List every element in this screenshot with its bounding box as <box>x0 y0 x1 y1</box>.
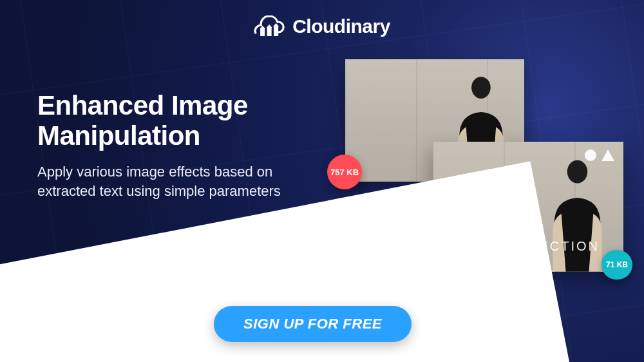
circle-icon <box>585 149 596 161</box>
hero-banner: Cloudinary Enhanced Image Manipulation A… <box>0 0 644 362</box>
svg-point-7 <box>567 160 587 184</box>
svg-point-9 <box>389 258 395 265</box>
svg-point-8 <box>367 204 374 211</box>
svg-rect-4 <box>274 26 278 36</box>
filesize-badge-processed: 71 KB <box>601 250 632 280</box>
brand-logo: Cloudinary <box>254 15 390 37</box>
brand-name: Cloudinary <box>292 15 390 37</box>
svg-marker-5 <box>273 23 279 26</box>
hero-copy: Enhanced Image Manipulation Apply variou… <box>37 90 314 200</box>
svg-marker-1 <box>260 26 265 29</box>
image-overlay-text: NEW COLLECTION <box>433 239 623 254</box>
cloudinary-cloud-icon <box>254 15 285 37</box>
image-card-processed: NEW COLLECTION 71 KB <box>433 142 623 272</box>
svg-marker-3 <box>267 24 272 28</box>
svg-rect-0 <box>260 29 265 36</box>
signup-button[interactable]: SIGN UP FOR FREE <box>214 306 412 342</box>
image-processed: NEW COLLECTION <box>433 142 623 272</box>
overlay-shapes <box>585 149 614 161</box>
filesize-badge-original: 757 KB <box>327 155 362 189</box>
svg-point-6 <box>471 77 491 99</box>
person-silhouette-icon <box>540 152 612 272</box>
python-logo-icon <box>341 195 421 274</box>
hero-headline: Enhanced Image Manipulation <box>37 90 314 151</box>
hero-subhead: Apply various image effects based on ext… <box>37 162 314 200</box>
svg-rect-2 <box>267 28 272 36</box>
triangle-icon <box>601 149 614 161</box>
